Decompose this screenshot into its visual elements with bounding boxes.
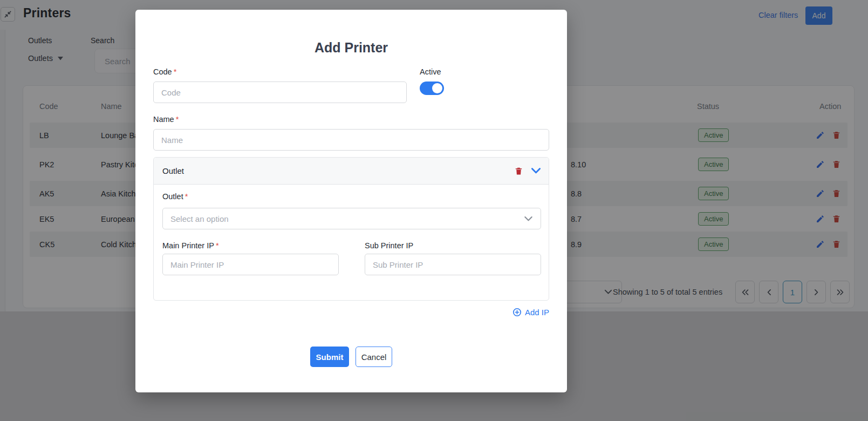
remove-outlet-trash-icon[interactable] xyxy=(514,166,524,176)
active-label: Active xyxy=(420,67,441,76)
code-input[interactable] xyxy=(153,82,407,103)
chevron-down-icon xyxy=(524,216,533,222)
required-asterisk: * xyxy=(174,67,177,76)
app-root: Printers Clear filters Add Outlets Searc… xyxy=(0,0,868,421)
modal-title: Add Printer xyxy=(135,40,567,56)
required-asterisk: * xyxy=(216,241,219,250)
add-ip-link[interactable]: Add IP xyxy=(512,308,549,317)
cancel-button[interactable]: Cancel xyxy=(356,347,392,367)
outlet-panel: Outlet Outlet* Select an option xyxy=(153,157,549,301)
sub-printer-ip-input[interactable] xyxy=(365,254,541,275)
required-asterisk: * xyxy=(176,115,179,124)
outlet-select[interactable]: Select an option xyxy=(162,208,541,229)
active-toggle[interactable] xyxy=(420,82,444,95)
name-label: Name* xyxy=(153,115,179,124)
main-printer-ip-label: Main Printer IP* xyxy=(162,241,219,250)
outlet-panel-title: Outlet xyxy=(162,166,184,175)
collapse-panel-chevron-icon[interactable] xyxy=(531,166,541,176)
submit-button[interactable]: Submit xyxy=(310,347,349,367)
code-label: Code* xyxy=(153,67,176,76)
main-printer-ip-input[interactable] xyxy=(162,254,339,275)
name-input[interactable] xyxy=(153,129,549,151)
outlet-panel-header[interactable]: Outlet xyxy=(154,158,549,185)
outlet-select-placeholder: Select an option xyxy=(170,214,229,223)
outlet-label: Outlet* xyxy=(162,192,188,201)
add-ip-label: Add IP xyxy=(525,308,549,317)
add-printer-modal: Add Printer Code* Active Name* Outlet xyxy=(135,10,567,392)
modal-actions: Submit Cancel xyxy=(135,347,567,367)
toggle-knob xyxy=(432,83,442,93)
required-asterisk: * xyxy=(185,192,188,201)
plus-circle-icon xyxy=(512,308,522,317)
sub-printer-ip-label: Sub Printer IP xyxy=(365,241,413,250)
